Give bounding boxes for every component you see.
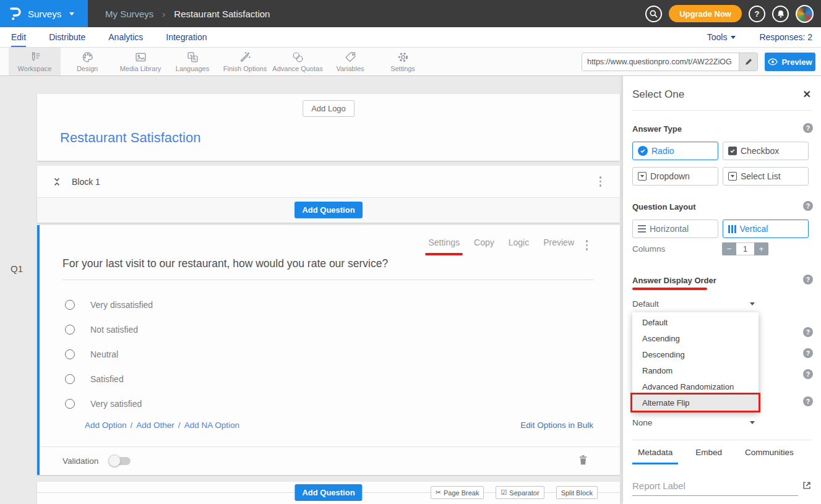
- radio-button[interactable]: [65, 300, 75, 310]
- answer-type-radio[interactable]: Radio: [632, 142, 718, 160]
- question-tab-preview[interactable]: Preview: [543, 237, 574, 247]
- toolbar-settings[interactable]: Settings: [378, 48, 428, 75]
- help-icon[interactable]: ?: [803, 369, 813, 379]
- survey-url-group: [582, 53, 758, 71]
- layout-horizontal[interactable]: Horizontal: [632, 220, 718, 238]
- block-title[interactable]: Block 1: [72, 177, 100, 187]
- breadcrumb-my-surveys[interactable]: My Surveys: [105, 9, 153, 19]
- option-label[interactable]: Very dissatisfied: [90, 300, 153, 310]
- translate-icon: ✶A: [186, 51, 199, 64]
- validation-toggle[interactable]: [110, 457, 131, 465]
- panel-tab-communities[interactable]: Communities: [739, 448, 799, 464]
- menu-item-advanced-randomization[interactable]: Advanced Randomization: [632, 378, 759, 395]
- menu-item-alternate-flip[interactable]: Alternate Flip: [632, 395, 759, 411]
- block-menu-button[interactable]: [596, 174, 606, 189]
- help-icon[interactable]: ?: [803, 396, 813, 406]
- breadcrumb-survey-title: Restaurant Satisfaction: [174, 9, 270, 19]
- question-menu-button[interactable]: [582, 237, 592, 253]
- add-question-button-bottom[interactable]: Add Question: [294, 484, 362, 501]
- option-label[interactable]: Neutral: [90, 349, 118, 359]
- toolbar-advance-quotas[interactable]: Advance Quotas: [265, 48, 330, 75]
- page-break-button[interactable]: ✂ Page Break: [431, 486, 484, 499]
- columns-increment-button[interactable]: +: [754, 242, 768, 255]
- menu-item-ascending[interactable]: Ascending: [632, 330, 759, 346]
- radio-button[interactable]: [65, 325, 75, 335]
- toolbar-languages[interactable]: ✶A Languages: [168, 48, 217, 75]
- tab-analytics[interactable]: Analytics: [108, 27, 143, 47]
- help-icon[interactable]: ?: [803, 123, 813, 133]
- columns-value[interactable]: 1: [736, 242, 754, 255]
- answer-type-dropdown[interactable]: Dropdown: [632, 167, 718, 186]
- edit-options-in-bulk-link[interactable]: Edit Options in Bulk: [520, 421, 593, 430]
- block-header: Block 1: [37, 166, 620, 198]
- toggle-knob: [108, 455, 121, 467]
- chevron-down-icon: [750, 421, 755, 424]
- help-icon[interactable]: ?: [803, 201, 813, 211]
- toolbar-design[interactable]: Design: [62, 48, 112, 75]
- add-other-link[interactable]: Add Other: [136, 421, 174, 430]
- question-tab-copy[interactable]: Copy: [474, 237, 494, 247]
- help-icon[interactable]: ?: [803, 327, 813, 337]
- user-avatar[interactable]: [796, 5, 814, 23]
- open-external-icon[interactable]: [802, 481, 812, 493]
- nav-tabs: Edit Distribute Analytics Integration: [11, 27, 207, 47]
- radio-selected-icon: [638, 146, 648, 156]
- answer-display-order-select[interactable]: Default: [632, 296, 759, 311]
- checkbox-label: Checkbox: [741, 146, 779, 156]
- tools-menu[interactable]: Tools: [707, 32, 736, 42]
- product-switcher[interactable]: Surveys: [0, 0, 88, 27]
- add-na-option-link[interactable]: Add NA Option: [184, 421, 239, 430]
- survey-url-input[interactable]: [582, 53, 739, 70]
- toolbar-variables[interactable]: Variables: [325, 48, 375, 75]
- tools-label: Tools: [707, 32, 728, 42]
- option-label[interactable]: Not satisfied: [90, 325, 138, 335]
- preview-label: Preview: [781, 58, 812, 67]
- help-icon[interactable]: ?: [803, 275, 813, 284]
- question-tab-settings[interactable]: Settings: [428, 237, 460, 247]
- tab-distribute[interactable]: Distribute: [49, 27, 85, 47]
- add-logo-button[interactable]: Add Logo: [303, 100, 355, 117]
- question-layout-label: Question Layout: [632, 202, 696, 211]
- report-label-input[interactable]: [632, 478, 798, 496]
- answer-type-checkbox[interactable]: Checkbox: [723, 142, 809, 160]
- tab-integration[interactable]: Integration: [166, 27, 207, 47]
- menu-item-random[interactable]: Random: [632, 362, 759, 378]
- answer-type-select-list[interactable]: Select List: [723, 167, 809, 186]
- notifications-button[interactable]: [772, 6, 789, 22]
- edit-url-button[interactable]: [739, 53, 757, 70]
- search-button[interactable]: [645, 6, 662, 22]
- split-block-button[interactable]: Split Block: [556, 486, 598, 499]
- columns-decrement-button[interactable]: −: [722, 242, 736, 255]
- help-button[interactable]: ?: [749, 6, 765, 22]
- add-question-button-top[interactable]: Add Question: [294, 202, 362, 218]
- panel-tab-metadata[interactable]: Metadata: [632, 448, 678, 464]
- survey-title[interactable]: Restaurant Satisfaction: [60, 130, 200, 146]
- tab-edit[interactable]: Edit: [11, 27, 26, 47]
- toolbar-settings-label: Settings: [390, 65, 415, 72]
- question-tab-logic[interactable]: Logic: [509, 237, 529, 247]
- add-option-link[interactable]: Add Option: [85, 421, 127, 430]
- option-label[interactable]: Very satisfied: [90, 399, 142, 409]
- secondary-select-value: None: [632, 418, 652, 427]
- close-icon[interactable]: ✕: [803, 88, 811, 100]
- divider: [632, 440, 812, 440]
- radio-button[interactable]: [65, 374, 75, 384]
- layout-vertical[interactable]: Vertical: [723, 220, 809, 238]
- collapse-block-button[interactable]: [52, 177, 62, 187]
- panel-tab-embed[interactable]: Embed: [690, 448, 728, 464]
- toolbar-media-library[interactable]: Media Library: [110, 48, 171, 75]
- option-label[interactable]: Satisfied: [90, 374, 124, 384]
- radio-button[interactable]: [65, 349, 75, 359]
- delete-question-button[interactable]: [578, 454, 588, 468]
- menu-item-default[interactable]: Default: [632, 314, 759, 330]
- toolbar-workspace[interactable]: Workspace: [9, 48, 61, 75]
- upgrade-now-button[interactable]: Upgrade Now: [669, 5, 742, 22]
- help-icon[interactable]: ?: [803, 348, 813, 358]
- secondary-select[interactable]: None: [632, 415, 759, 430]
- radio-button[interactable]: [65, 399, 75, 409]
- responses-count[interactable]: Responses: 2: [759, 32, 812, 42]
- question-text[interactable]: For your last visit to our restaurant, h…: [62, 257, 593, 280]
- menu-item-descending[interactable]: Descending: [632, 346, 759, 362]
- separator-button[interactable]: ☑ Separator: [496, 486, 544, 499]
- preview-button[interactable]: Preview: [765, 53, 815, 71]
